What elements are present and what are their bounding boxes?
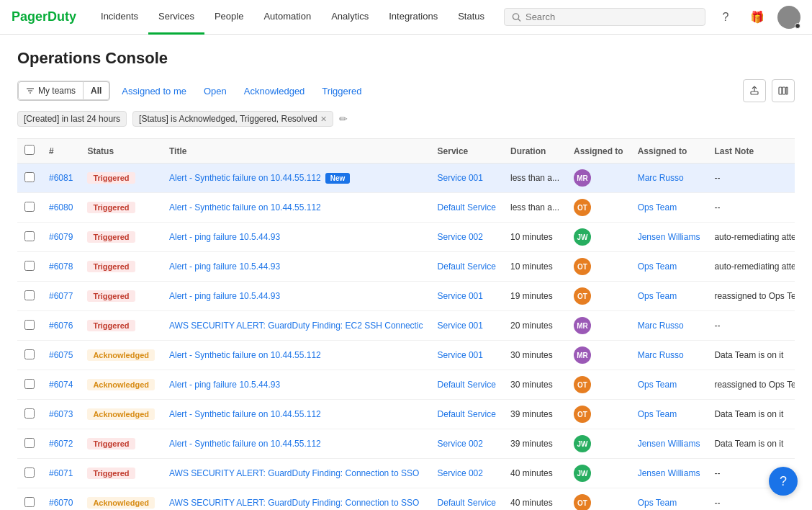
service-link[interactable]: Service 002 bbox=[438, 232, 483, 242]
service-link[interactable]: Service 002 bbox=[438, 468, 483, 478]
row-id: #6076 bbox=[42, 311, 80, 341]
row-checkbox[interactable] bbox=[24, 290, 35, 300]
incident-title-link[interactable]: Alert - ping failure 10.5.44.93 bbox=[169, 232, 280, 242]
incident-id-link[interactable]: #6073 bbox=[49, 409, 73, 419]
assignee-link[interactable]: Jensen Williams bbox=[638, 232, 700, 242]
service-link[interactable]: Service 001 bbox=[438, 173, 483, 183]
nav-people[interactable]: People bbox=[204, 0, 253, 35]
export-button[interactable] bbox=[743, 79, 766, 102]
service-link[interactable]: Service 001 bbox=[438, 321, 483, 331]
service-link[interactable]: Default Service bbox=[438, 202, 496, 212]
row-assigned-to: Ops Team bbox=[631, 488, 708, 511]
row-status: Triggered bbox=[80, 311, 162, 341]
incident-title-link[interactable]: Alert - ping failure 10.5.44.93 bbox=[169, 380, 280, 390]
incident-id-link[interactable]: #6080 bbox=[49, 202, 73, 212]
incident-title-link[interactable]: AWS SECURITY ALERT: GuardDuty Finding: E… bbox=[169, 321, 423, 331]
row-checkbox[interactable] bbox=[24, 379, 35, 389]
incident-id-link[interactable]: #6077 bbox=[49, 291, 73, 301]
incident-title-link[interactable]: Alert - Synthetic failure on 10.44.55.11… bbox=[169, 202, 321, 212]
row-checkbox[interactable] bbox=[24, 497, 35, 507]
filter-edit-icon[interactable]: ✏ bbox=[339, 113, 348, 125]
incident-title-link[interactable]: AWS SECURITY ALERT: GuardDuty Finding: C… bbox=[169, 498, 419, 508]
assignee-link[interactable]: Marc Russo bbox=[638, 350, 684, 360]
avatar[interactable] bbox=[777, 6, 800, 29]
assignee-link[interactable]: Ops Team bbox=[638, 291, 677, 301]
incident-title-link[interactable]: Alert - Synthetic failure on 10.44.55.11… bbox=[169, 439, 321, 449]
row-service: Default Service bbox=[430, 193, 503, 223]
nav-incidents[interactable]: Incidents bbox=[91, 0, 148, 35]
nav-links: Incidents Services People Automation Ana… bbox=[91, 0, 504, 35]
nav-services[interactable]: Services bbox=[148, 0, 204, 35]
search-input[interactable] bbox=[525, 12, 698, 22]
service-link[interactable]: Default Service bbox=[438, 261, 496, 272]
row-assigned-to: Jensen Williams bbox=[631, 223, 708, 252]
chat-button[interactable]: ? bbox=[769, 467, 798, 496]
row-checkbox[interactable] bbox=[24, 261, 35, 271]
filter-triggered[interactable]: Triggered bbox=[316, 83, 367, 99]
incident-id-link[interactable]: #6081 bbox=[49, 173, 73, 183]
incident-id-link[interactable]: #6076 bbox=[49, 321, 73, 331]
row-checkbox[interactable] bbox=[24, 438, 35, 448]
row-title: AWS SECURITY ALERT: GuardDuty Finding: E… bbox=[162, 311, 430, 341]
assignee-link[interactable]: Jensen Williams bbox=[638, 468, 700, 478]
row-service: Service 001 bbox=[430, 341, 503, 370]
row-assigned-to: Marc Russo bbox=[631, 341, 708, 370]
incident-title-link[interactable]: Alert - Synthetic failure on 10.44.55.11… bbox=[169, 173, 321, 183]
columns-button[interactable] bbox=[772, 79, 795, 102]
incident-id-link[interactable]: #6074 bbox=[49, 380, 73, 390]
row-checkbox-cell bbox=[17, 164, 42, 193]
filter-acknowledged[interactable]: Acknowledged bbox=[238, 83, 311, 99]
row-avatar: JW bbox=[567, 429, 631, 459]
incident-id-link[interactable]: #6075 bbox=[49, 350, 73, 360]
nav-status[interactable]: Status bbox=[448, 0, 495, 35]
incident-title-link[interactable]: Alert - Synthetic failure on 10.44.55.11… bbox=[169, 350, 321, 360]
row-checkbox[interactable] bbox=[24, 468, 35, 478]
incident-id-link[interactable]: #6070 bbox=[49, 498, 73, 508]
assignee-link[interactable]: Ops Team bbox=[638, 498, 677, 508]
assignee-link[interactable]: Ops Team bbox=[638, 261, 677, 272]
all-button[interactable]: All bbox=[84, 81, 109, 100]
assignee-link[interactable]: Marc Russo bbox=[638, 173, 684, 183]
assignee-link[interactable]: Jensen Williams bbox=[638, 439, 700, 449]
service-link[interactable]: Default Service bbox=[438, 409, 496, 419]
new-badge: New bbox=[325, 173, 351, 184]
service-link[interactable]: Default Service bbox=[438, 498, 496, 508]
row-checkbox[interactable] bbox=[24, 408, 35, 419]
assignee-link[interactable]: Ops Team bbox=[638, 409, 677, 419]
assignee-link[interactable]: Ops Team bbox=[638, 380, 677, 390]
incident-id-link[interactable]: #6071 bbox=[49, 468, 73, 478]
incident-title-link[interactable]: AWS SECURITY ALERT: GuardDuty Finding: C… bbox=[169, 468, 419, 478]
service-link[interactable]: Service 002 bbox=[438, 439, 483, 449]
row-service: Default Service bbox=[430, 252, 503, 282]
row-checkbox[interactable] bbox=[24, 172, 35, 182]
help-icon[interactable]: ? bbox=[714, 6, 737, 29]
row-duration: less than a... bbox=[503, 193, 567, 223]
assignee-link[interactable]: Marc Russo bbox=[638, 321, 684, 331]
row-checkbox[interactable] bbox=[24, 320, 35, 330]
filter-bar: My teams All Assigned to me Open Acknowl… bbox=[17, 79, 795, 102]
gift-icon[interactable]: 🎁 bbox=[746, 6, 769, 29]
select-all-checkbox[interactable] bbox=[24, 145, 35, 155]
filter-open[interactable]: Open bbox=[198, 83, 233, 99]
incident-title-link[interactable]: Alert - Synthetic failure on 10.44.55.11… bbox=[169, 409, 321, 419]
incident-id-link[interactable]: #6078 bbox=[49, 261, 73, 272]
row-duration: 30 minutes bbox=[503, 370, 567, 400]
my-teams-button[interactable]: My teams bbox=[18, 81, 84, 100]
service-link[interactable]: Service 001 bbox=[438, 350, 483, 360]
filter-assigned-to-me[interactable]: Assigned to me bbox=[116, 83, 192, 99]
incident-title-link[interactable]: Alert - ping failure 10.5.44.93 bbox=[169, 291, 280, 301]
logo[interactable]: PagerDuty bbox=[12, 9, 76, 24]
nav-integrations[interactable]: Integrations bbox=[379, 0, 448, 35]
nav-analytics[interactable]: Analytics bbox=[321, 0, 379, 35]
service-link[interactable]: Default Service bbox=[438, 380, 496, 390]
nav-automation[interactable]: Automation bbox=[253, 0, 321, 35]
incident-id-link[interactable]: #6079 bbox=[49, 232, 73, 242]
incident-title-link[interactable]: Alert - ping failure 10.5.44.93 bbox=[169, 261, 280, 272]
service-link[interactable]: Service 001 bbox=[438, 291, 483, 301]
row-checkbox[interactable] bbox=[24, 231, 35, 241]
row-checkbox[interactable] bbox=[24, 349, 35, 359]
filter-tag-remove[interactable]: ✕ bbox=[320, 115, 327, 124]
row-checkbox[interactable] bbox=[24, 202, 35, 212]
assignee-link[interactable]: Ops Team bbox=[638, 202, 677, 212]
incident-id-link[interactable]: #6072 bbox=[49, 439, 73, 449]
